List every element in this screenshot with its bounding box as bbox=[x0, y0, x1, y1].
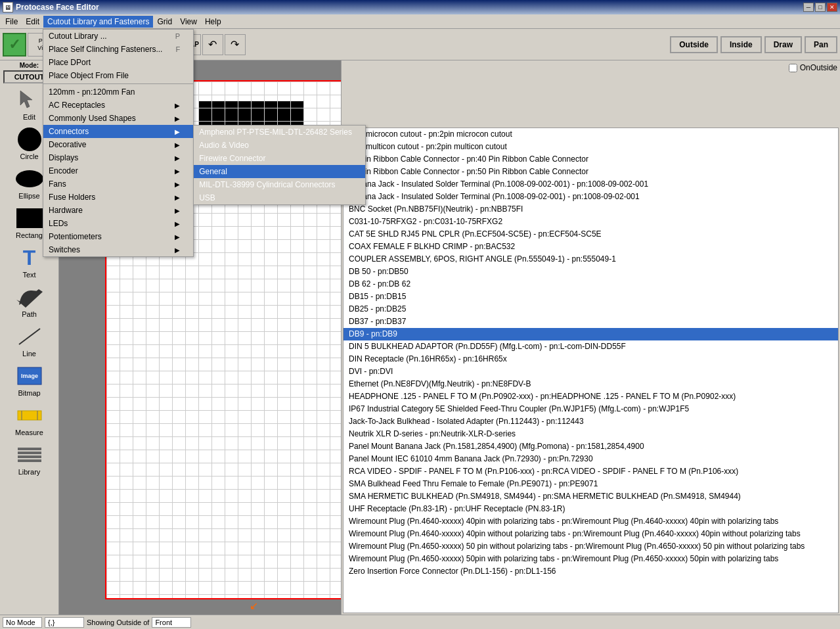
tool-library[interactable]: Library bbox=[3, 440, 56, 478]
fuse-holders-item[interactable]: Fuse Holders ▶ bbox=[43, 191, 193, 204]
library-item[interactable]: Wiremount Plug (Pn.4650-xxxxx) 50pin wit… bbox=[343, 553, 838, 565]
potentiometers-item[interactable]: Potentiometers ▶ bbox=[43, 230, 193, 243]
library-item[interactable]: CAT 5E SHLD RJ45 PNL CPLR (Pn.ECF504-SC5… bbox=[343, 228, 838, 241]
audio-video-item[interactable]: Audio & Video bbox=[194, 139, 365, 152]
encoder-item[interactable]: Encoder ▶ bbox=[43, 164, 193, 177]
library-item[interactable]: SMA Bulkhead Feed Thru Female to Female … bbox=[343, 478, 838, 490]
cutout-library-label: Cutout Library ... bbox=[49, 32, 107, 41]
amphenol-item[interactable]: Amphenol PT-PTSE-MIL-DTL-26482 Series bbox=[194, 126, 365, 139]
ac-receptacles-item[interactable]: AC Receptacles ▶ bbox=[43, 99, 193, 112]
library-item[interactable]: Zero Insertion Force Connector (Pn.DL1-1… bbox=[343, 565, 838, 578]
library-item[interactable]: IP67 Industrial Category 5E Shielded Fee… bbox=[343, 403, 838, 415]
library-item[interactable]: Banana Jack - Insulated Solder Terminal … bbox=[343, 191, 838, 203]
leds-arrow: ▶ bbox=[175, 220, 180, 227]
outside-button[interactable]: Outside bbox=[670, 36, 718, 53]
draw-button[interactable]: Draw bbox=[764, 36, 802, 53]
on-outside-label: OnOutside bbox=[800, 63, 837, 72]
120mm-fan-item[interactable]: 120mm - pn:120mm Fan bbox=[43, 85, 193, 99]
library-item[interactable]: COUPLER ASSEMBLY, 6POS, RIGHT ANGLE (Pn.… bbox=[343, 253, 838, 266]
general-item[interactable]: General bbox=[194, 165, 365, 178]
decorative-item[interactable]: Decorative ▶ bbox=[43, 138, 193, 151]
maximize-button[interactable]: □ bbox=[815, 3, 826, 12]
library-item[interactable]: BNC Socket (Pn.NBB75FI)(Neutrik) - pn:NB… bbox=[343, 203, 838, 216]
library-item[interactable]: Jack-To-Jack Bulkhead - Isolated Adapter… bbox=[343, 415, 838, 428]
minimize-button[interactable]: ─ bbox=[803, 3, 814, 12]
switches-item[interactable]: Switches ▶ bbox=[43, 243, 193, 256]
title-bar-left: 🖥 Protocase Face Editor bbox=[3, 2, 99, 12]
on-outside-check[interactable]: OnOutside bbox=[789, 63, 837, 72]
svg-rect-17 bbox=[18, 455, 41, 458]
library-item[interactable]: 2pin microcon cutout - pn:2pin microcon … bbox=[343, 128, 838, 141]
library-item[interactable]: DB 62 - pn:DB 62 bbox=[343, 278, 838, 291]
cutout-menu[interactable]: Cutout Library ... P Place Self Clinchin… bbox=[43, 29, 194, 257]
library-item[interactable]: Panel Mount IEC 61010 4mm Banana Jack (P… bbox=[343, 453, 838, 465]
mil-dtl-item[interactable]: MIL-DTL-38999 Cylindrical Connectors bbox=[194, 178, 365, 191]
svg-rect-16 bbox=[18, 452, 41, 454]
library-item[interactable]: Panel Mount Banana Jack (Pn.1581,2854,49… bbox=[343, 440, 838, 453]
tool-measure[interactable]: Measure bbox=[3, 400, 56, 438]
tool-bitmap[interactable]: Image Bitmap bbox=[3, 361, 56, 399]
commonly-used-shapes-item[interactable]: Commonly Used Shapes ▶ bbox=[43, 112, 193, 125]
inside-button[interactable]: Inside bbox=[720, 36, 762, 53]
app-title: Protocase Face Editor bbox=[16, 3, 99, 12]
tool-line[interactable]: Line bbox=[3, 321, 56, 360]
library-item[interactable]: 2pin multicon cutout - pn:2pin multicon … bbox=[343, 141, 838, 153]
library-item[interactable]: DB9 - pn:DB9 bbox=[343, 328, 838, 340]
edit-label: Edit bbox=[23, 113, 35, 121]
library-item[interactable]: DB37 - pn:DB37 bbox=[343, 315, 838, 328]
menu-help[interactable]: Help bbox=[201, 16, 225, 28]
library-item[interactable]: Wiremount Plug (Pn.4640-xxxxx) 40pin wit… bbox=[343, 515, 838, 528]
place-self-clinching-item[interactable]: Place Self Clinching Fasteners... F bbox=[43, 43, 193, 56]
leds-item[interactable]: LEDs ▶ bbox=[43, 217, 193, 230]
menu-cutout-library[interactable]: Cutout Library and Fasteners bbox=[43, 16, 153, 28]
redo-button[interactable]: ↷ bbox=[225, 34, 246, 55]
menu-edit[interactable]: Edit bbox=[22, 16, 43, 28]
library-item[interactable]: COAX FEMALE F BLKHD CRIMP - pn:BAC532 bbox=[343, 241, 838, 253]
menu-view[interactable]: View bbox=[176, 16, 201, 28]
green-check-button[interactable]: ✓ bbox=[3, 33, 26, 57]
library-item[interactable]: Banana Jack - Insulated Solder Terminal … bbox=[343, 178, 838, 191]
library-item[interactable]: 50 Pin Ribbon Cable Connector - pn:50 Pi… bbox=[343, 166, 838, 178]
library-item[interactable]: Ethernet (Pn.NE8FDV)(Mfg.Neutrik) - pn:N… bbox=[343, 378, 838, 390]
menu-grid[interactable]: Grid bbox=[153, 16, 176, 28]
library-item[interactable]: UHF Receptacle (Pn.83-1R) - pn:UHF Recep… bbox=[343, 503, 838, 515]
pan-button[interactable]: Pan bbox=[805, 36, 837, 53]
firewire-item[interactable]: Firewire Connector bbox=[194, 152, 365, 165]
close-button[interactable]: ✕ bbox=[827, 3, 837, 12]
place-self-clinching-shortcut: F bbox=[175, 45, 180, 53]
library-item[interactable]: SMA HERMETIC BULKHEAD (Pn.SM4918, SM4944… bbox=[343, 490, 838, 503]
menu-file[interactable]: File bbox=[1, 16, 22, 28]
library-item[interactable]: HEADPHONE .125 - PANEL F TO M (Pn.P0902-… bbox=[343, 390, 838, 403]
usb-item[interactable]: USB bbox=[194, 191, 365, 204]
fans-item[interactable]: Fans ▶ bbox=[43, 177, 193, 191]
hardware-item[interactable]: Hardware ▶ bbox=[43, 204, 193, 217]
on-outside-checkbox[interactable] bbox=[789, 64, 797, 72]
library-list[interactable]: 2pin microcon cutout - pn:2pin microcon … bbox=[343, 128, 839, 613]
library-item[interactable]: DIN Receptacle (Pn.16HR65x) - pn:16HR65x bbox=[343, 353, 838, 365]
library-item[interactable]: C031-10-75RFXG2 - pn:C031-10-75RFXG2 bbox=[343, 216, 838, 228]
displays-item[interactable]: Displays ▶ bbox=[43, 151, 193, 164]
library-icon-container bbox=[13, 442, 46, 468]
library-item[interactable]: 40 Pin Ribbon Cable Connector - pn:40 Pi… bbox=[343, 153, 838, 166]
library-item[interactable]: Wiremount Plug (Pn.4650-xxxxx) 50 pin wi… bbox=[343, 540, 838, 553]
place-object-item[interactable]: Place Object From File bbox=[43, 69, 193, 82]
connectors-item[interactable]: Connectors ▶ Amphenol PT-PTSE-MIL-DTL-26… bbox=[43, 125, 193, 138]
library-item[interactable]: Wiremount Plug (Pn.4640-xxxxx) 40pin wit… bbox=[343, 528, 838, 540]
library-item[interactable]: RCA VIDEO - SPDIF - PANEL F TO M (Pn.P10… bbox=[343, 465, 838, 478]
decorative-arrow: ▶ bbox=[175, 141, 180, 149]
library-item[interactable]: DIN 5 BULKHEAD ADAPTOR (Pn.DD55F) (Mfg.L… bbox=[343, 340, 838, 353]
place-dport-item[interactable]: Place DPort bbox=[43, 56, 193, 69]
cutout-library-item[interactable]: Cutout Library ... P bbox=[43, 30, 193, 43]
showing-outside-label: Showing Outside of bbox=[87, 618, 149, 626]
library-item[interactable]: DB15 - pn:DB15 bbox=[343, 291, 838, 303]
tool-path[interactable]: Path bbox=[3, 282, 56, 320]
library-item[interactable]: DB25 - pn:DB25 bbox=[343, 303, 838, 315]
title-controls[interactable]: ─ □ ✕ bbox=[803, 3, 837, 12]
library-item[interactable]: DB 50 - pn:DB50 bbox=[343, 266, 838, 278]
connectors-submenu[interactable]: Amphenol PT-PTSE-MIL-DTL-26482 Series Au… bbox=[193, 125, 366, 205]
library-item[interactable]: Neutrik XLR D-series - pn:Neutrik-XLR-D-… bbox=[343, 428, 838, 440]
separator bbox=[43, 83, 193, 84]
undo-button[interactable]: ↶ bbox=[202, 34, 223, 55]
rect-icon-container bbox=[13, 205, 46, 231]
library-item[interactable]: DVI - pn:DVI bbox=[343, 365, 838, 378]
